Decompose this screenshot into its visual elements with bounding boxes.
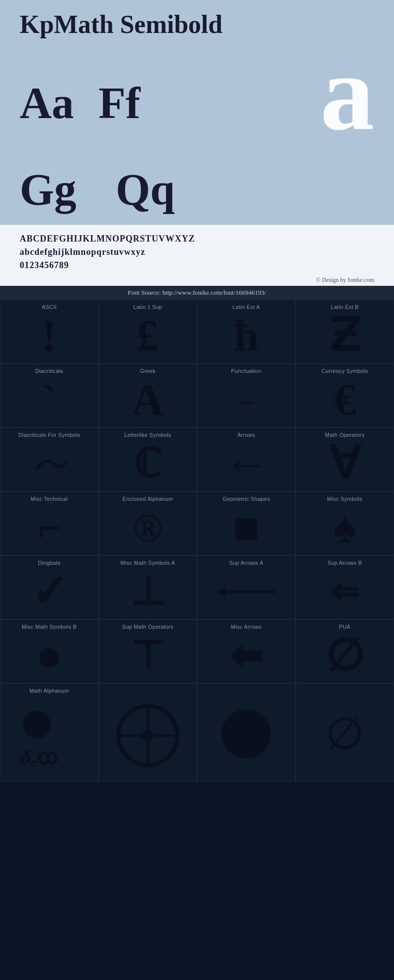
glyph-symbol-mathop: ∀ (298, 440, 392, 488)
glyph-label-latin1: Latin 1 Sup (133, 304, 163, 310)
glyph-label-enc-alpha: Enclosed Alphanum (123, 496, 173, 502)
glyph-cell-arrows: Arrows ← (197, 428, 296, 491)
glyph-cell-sup-math-op: Sup Math Operators ⊤ (98, 619, 197, 683)
glyph-cell-misc-arrows: Misc Arrows ⬅ (197, 619, 296, 683)
glyph-label-misc-math-a: Misc Math Symbols A (121, 560, 175, 566)
glyph-cell-sup-arrows-b: Sup Arrows B ⇐ (296, 555, 394, 619)
glyph-label-arrows: Arrows (237, 432, 255, 438)
letter-large-bg: a (320, 44, 374, 147)
glyph-symbol-sup-arrows-a (199, 568, 293, 616)
glyph-label-currency: Currency Symbols (322, 368, 368, 374)
glyph-cell-geo-shapes: Geometric Shapes ■ (197, 491, 296, 555)
glyph-label-misc-arrows: Misc Arrows (231, 624, 262, 630)
glyph-label-mathop: Math Operators (325, 432, 365, 438)
letter-pair-qq: Qq (116, 164, 175, 215)
glyph-cell-punct: Punctuation – (197, 364, 296, 428)
source-line: Font Source: http://www.fontke.com/font/… (0, 286, 394, 300)
glyph-symbol-arrows: ← (199, 440, 293, 488)
glyph-label-diacrit: Diacriticals (35, 368, 64, 374)
glyph-symbol-diacrit-sym (2, 440, 96, 488)
glyph-symbol-punct: – (199, 376, 293, 424)
glyph-cell-misc-math-a: Misc Math Symbols A ⊥ (98, 555, 197, 619)
glyph-symbol-enc-alpha: ® (101, 504, 195, 552)
glyph-symbol-sup-arrows-b: ⇐ (298, 568, 392, 616)
glyph-cell-math-alpha: Math Alphanum 𝛿꜀ꝏ (0, 683, 98, 782)
glyph-cell-enc-alpha: Enclosed Alphanum ® (98, 491, 197, 555)
glyph-symbol-misc-math-a: ⊥ (101, 568, 195, 616)
glyph-cell-letterlike: Letterlike Symbols ℂ (98, 428, 197, 491)
glyph-label-pua: PUA (339, 624, 351, 630)
svg-point-2 (23, 711, 51, 738)
glyph-cell-latinextb: Latin Ext B Ƶ (296, 300, 394, 364)
glyph-cell-latin1: Latin 1 Sup £ (98, 300, 197, 364)
svg-marker-1 (217, 587, 226, 597)
glyph-symbol-dingbats: ✓ (2, 568, 96, 616)
glyph-label-latinextb: Latin Ext B (331, 304, 359, 310)
glyph-symbol-currency: € (298, 376, 392, 424)
glyph-cell-misc-tech: Misc Technical ⌐ (0, 491, 98, 555)
glyph-cell-large-dot (197, 683, 296, 782)
font-title: KpMath Semibold (20, 10, 374, 39)
glyph-label-geo-shapes: Geometric Shapes (223, 496, 270, 502)
glyph-cell-misc-math-b: Misc Math Symbols B ● (0, 619, 98, 683)
glyph-label-misc-sym: Misc Symbols (327, 496, 362, 502)
glyph-label-letterlike: Letterlike Symbols (124, 432, 171, 438)
glyph-symbol-large-dot (199, 690, 293, 778)
glyph-label-punct: Punctuation (231, 368, 261, 374)
glyph-label-math-alpha: Math Alphanum (30, 688, 69, 694)
glyph-symbol-misc-sym: ♠ (298, 504, 392, 552)
digits: 0123456789 (20, 259, 374, 272)
credit-line: © Design by fontke.com (0, 275, 394, 286)
glyph-cell-latinexta: Latin Ext A ħ (197, 300, 296, 364)
glyph-label-sup-arrows-b: Sup Arrows B (328, 560, 362, 566)
letter-pair-gg: Gg (20, 164, 76, 215)
glyph-label-sup-math-op: Sup Math Operators (122, 624, 173, 630)
glyph-symbol-pua: ∅ (298, 632, 392, 680)
glyph-label-misc-math-b: Misc Math Symbols B (22, 624, 76, 630)
glyph-cell-misc-sym: Misc Symbols ♠ (296, 491, 394, 555)
glyph-symbol-latin1: £ (101, 312, 195, 360)
glyph-label-diacrit-sym: Diacriticals For Symbols (18, 432, 80, 438)
glyph-label-misc-tech: Misc Technical (31, 496, 68, 502)
glyph-label-sup-arrows-a: Sup Arrows A (229, 560, 263, 566)
glyph-label-latinexta: Latin Ext A (232, 304, 260, 310)
glyph-cell-currency: Currency Symbols € (296, 364, 394, 428)
glyph-grid: ASCII ! Latin 1 Sup £ Latin Ext A ħ Lati… (0, 300, 394, 782)
letter-pair-aa: Aa (20, 78, 74, 128)
glyph-symbol-latinextb: Ƶ (298, 312, 392, 360)
glyph-cell-diacrit: Diacriticals ` (0, 364, 98, 428)
svg-point-8 (222, 709, 271, 759)
glyph-cell-sup-arrows-a: Sup Arrows A (197, 555, 296, 619)
glyph-cell-mathop: Math Operators ∀ (296, 428, 394, 491)
glyph-cell-diacrit-sym: Diacriticals For Symbols (0, 428, 98, 491)
glyph-symbol-letterlike: ℂ (101, 440, 195, 488)
glyph-symbol-math-alpha: 𝛿꜀ꝏ (2, 696, 96, 778)
glyph-symbol-misc-math-b: ● (2, 632, 96, 680)
glyph-cell-large-circle (98, 683, 197, 782)
glyph-symbol-sup-math-op: ⊤ (101, 632, 195, 680)
glyph-symbol-latinexta: ħ (199, 312, 293, 360)
glyph-cell-pua: PUA ∅ (296, 619, 394, 683)
glyph-symbol-ascii: ! (2, 312, 96, 360)
glyph-symbol-geo-shapes: ■ (199, 504, 293, 552)
glyph-symbol-misc-tech: ⌐ (2, 504, 96, 552)
alphabet-lower: abcdefghijklmnopqrstuvwxyz (20, 245, 374, 259)
glyph-cell-greek: Greek Α (98, 364, 197, 428)
glyph-label-dingbats: Dingbats (38, 560, 61, 566)
letter-pair-ff: Ff (98, 78, 140, 128)
glyph-symbol-diacrit: ` (2, 376, 96, 424)
glyph-label-greek: Greek (140, 368, 155, 374)
glyph-cell-dingbats: Dingbats ✓ (0, 555, 98, 619)
glyph-cell-empty4: ∅ (296, 683, 394, 782)
glyph-symbol-greek: Α (101, 376, 195, 424)
glyph-symbol-empty4: ∅ (298, 690, 392, 778)
svg-text:𝛿꜀ꝏ: 𝛿꜀ꝏ (20, 746, 58, 768)
glyph-symbol-large-circle (101, 690, 195, 778)
glyph-label-ascii: ASCII (42, 304, 57, 310)
glyph-cell-ascii: ASCII ! (0, 300, 98, 364)
glyph-symbol-misc-arrows: ⬅ (199, 632, 293, 680)
alphabet-upper: ABCDEFGHIJKLMNOPQRSTUVWXYZ (20, 232, 374, 245)
